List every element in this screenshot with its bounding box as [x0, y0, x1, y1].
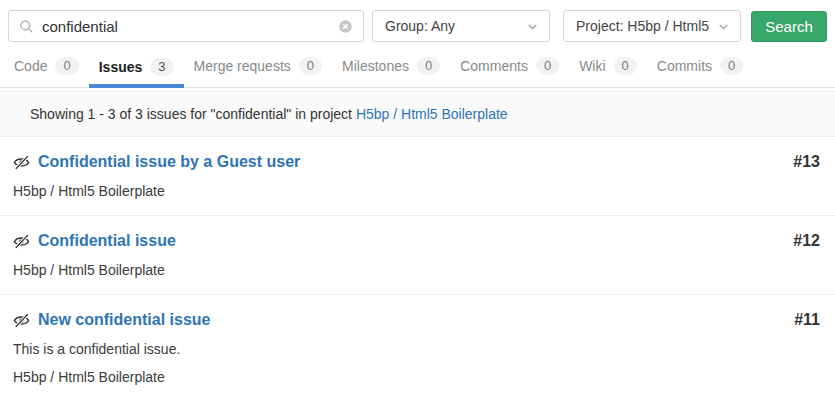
issue-title-link[interactable]: Confidential issue by a Guest user: [13, 153, 300, 171]
tab-label: Commits: [657, 58, 712, 74]
issue-result-row: Confidential issue #12 H5bp / Html5 Boil…: [0, 216, 835, 295]
results-list: Confidential issue by a Guest user #13 H…: [0, 137, 835, 401]
tab-label: Merge requests: [194, 58, 291, 74]
results-summary-bar: Showing 1 - 3 of 3 issues for "confident…: [0, 91, 835, 137]
clear-circle-icon[interactable]: [338, 19, 353, 34]
chevron-down-icon: [717, 20, 730, 33]
results-summary-text: Showing 1 - 3 of 3 issues for "confident…: [30, 106, 352, 122]
tab-count-badge: 0: [299, 57, 322, 75]
tab-count-badge: 0: [614, 57, 637, 75]
project-filter-dropdown[interactable]: Project: H5bp / Html5 ...: [563, 10, 741, 42]
search-button[interactable]: Search: [751, 11, 827, 42]
search-scope-tabs: Code 0 Issues 3 Merge requests 0 Milesto…: [0, 45, 835, 88]
issue-title-link[interactable]: New confidential issue: [13, 311, 210, 329]
tab-comments[interactable]: Comments 0: [450, 45, 569, 87]
tab-label: Comments: [460, 58, 528, 74]
chevron-down-icon: [526, 20, 539, 33]
issue-header: New confidential issue #11: [13, 311, 820, 329]
issue-project-name: H5bp / Html5 Boilerplate: [13, 369, 820, 385]
issue-result-row: New confidential issue #11 This is a con…: [0, 295, 835, 401]
project-filter-label: Project: H5bp / Html5 ...: [576, 18, 711, 34]
tab-label: Code: [14, 58, 47, 74]
tab-issues[interactable]: Issues 3: [89, 46, 184, 88]
tab-count-badge: 0: [720, 57, 743, 75]
tab-count-badge: 0: [417, 57, 440, 75]
tab-commits[interactable]: Commits 0: [647, 45, 753, 87]
issue-result-row: Confidential issue by a Guest user #13 H…: [0, 137, 835, 216]
eye-slash-icon: [13, 154, 30, 171]
search-icon: [19, 19, 34, 34]
issue-project-name: H5bp / Html5 Boilerplate: [13, 183, 820, 199]
tab-count-badge: 0: [55, 57, 78, 75]
issue-title-text: Confidential issue by a Guest user: [38, 153, 300, 171]
issue-description: This is a confidential issue.: [13, 341, 820, 357]
tab-count-badge: 0: [536, 57, 559, 75]
summary-project-link[interactable]: H5bp / Html5 Boilerplate: [356, 106, 508, 122]
search-toolbar: Group: Any Project: H5bp / Html5 ... Sea…: [0, 0, 835, 42]
tab-code[interactable]: Code 0: [4, 45, 89, 87]
issue-number: #12: [793, 232, 820, 250]
issue-title-link[interactable]: Confidential issue: [13, 232, 176, 250]
tab-count-badge: 3: [150, 58, 173, 76]
group-filter-dropdown[interactable]: Group: Any: [372, 10, 550, 42]
issue-project-name: H5bp / Html5 Boilerplate: [13, 262, 820, 278]
tab-label: Issues: [99, 59, 143, 75]
group-filter-label: Group: Any: [385, 18, 455, 34]
tab-label: Wiki: [579, 58, 605, 74]
search-input[interactable]: [42, 18, 330, 35]
tab-wiki[interactable]: Wiki 0: [569, 45, 647, 87]
eye-slash-icon: [13, 312, 30, 329]
search-input-wrapper[interactable]: [8, 10, 364, 42]
issue-number: #11: [794, 311, 820, 329]
tab-milestones[interactable]: Milestones 0: [332, 45, 450, 87]
issue-header: Confidential issue by a Guest user #13: [13, 153, 820, 171]
tab-label: Milestones: [342, 58, 409, 74]
issue-title-text: Confidential issue: [38, 232, 176, 250]
issue-header: Confidential issue #12: [13, 232, 820, 250]
eye-slash-icon: [13, 233, 30, 250]
issue-title-text: New confidential issue: [38, 311, 210, 329]
tab-merge-requests[interactable]: Merge requests 0: [184, 45, 333, 87]
issue-number: #13: [793, 153, 820, 171]
